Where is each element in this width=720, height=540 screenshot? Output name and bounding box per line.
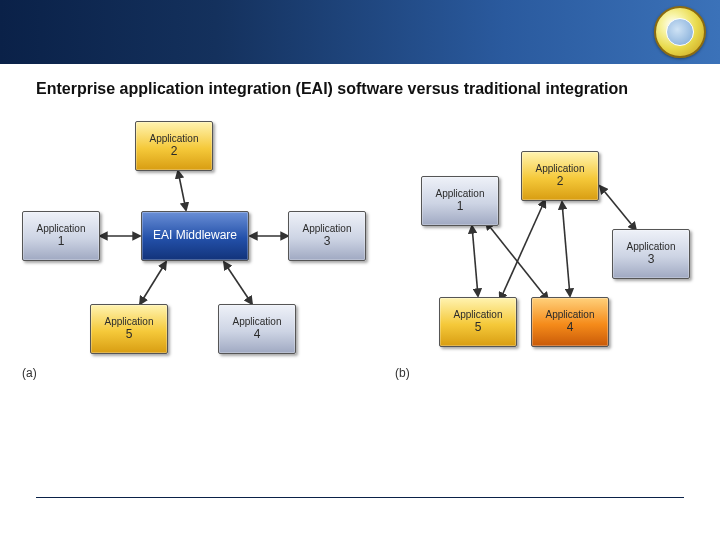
svg-line-3 <box>224 262 252 304</box>
label: Application <box>536 163 585 174</box>
label: Application <box>454 309 503 320</box>
num: 5 <box>126 328 133 341</box>
a-app3: Application 3 <box>288 211 366 261</box>
label: Application <box>546 309 595 320</box>
num: 5 <box>475 321 482 334</box>
num: 1 <box>58 235 65 248</box>
label: Application <box>37 223 86 234</box>
num: 4 <box>254 328 261 341</box>
a-app2: Application 2 <box>135 121 213 171</box>
num: 1 <box>457 200 464 213</box>
label: Application <box>627 241 676 252</box>
svg-line-9 <box>600 186 636 230</box>
num: 2 <box>557 175 564 188</box>
page-title: Enterprise application integration (EAI)… <box>0 64 720 100</box>
label: Application <box>150 133 199 144</box>
footer-rule <box>36 497 684 498</box>
num: 4 <box>567 321 574 334</box>
label: Application <box>436 188 485 199</box>
num: 3 <box>324 235 331 248</box>
university-logo <box>654 6 706 58</box>
label: Application <box>233 316 282 327</box>
header-bar <box>0 0 720 64</box>
b-app5: Application 5 <box>439 297 517 347</box>
b-app3: Application 3 <box>612 229 690 279</box>
b-app2: Application 2 <box>521 151 599 201</box>
a-app4: Application 4 <box>218 304 296 354</box>
svg-line-5 <box>472 226 478 296</box>
b-app1: Application 1 <box>421 176 499 226</box>
label: Application <box>105 316 154 327</box>
a-eai-hub: EAI Middleware <box>141 211 249 261</box>
svg-line-6 <box>486 222 548 300</box>
hub-label: EAI Middleware <box>153 229 237 242</box>
num: 2 <box>171 145 178 158</box>
a-app1: Application 1 <box>22 211 100 261</box>
b-app4: Application 4 <box>531 297 609 347</box>
diagram-stage: Application 1 Application 2 EAI Middlewa… <box>0 106 720 416</box>
globe-icon <box>666 18 694 46</box>
num: 3 <box>648 253 655 266</box>
diagram-a-label: (a) <box>22 366 37 380</box>
svg-line-8 <box>562 202 570 296</box>
label: Application <box>303 223 352 234</box>
diagram-b-label: (b) <box>395 366 410 380</box>
a-app5: Application 5 <box>90 304 168 354</box>
svg-line-7 <box>500 200 545 300</box>
svg-line-1 <box>178 171 186 210</box>
svg-line-4 <box>140 262 166 304</box>
